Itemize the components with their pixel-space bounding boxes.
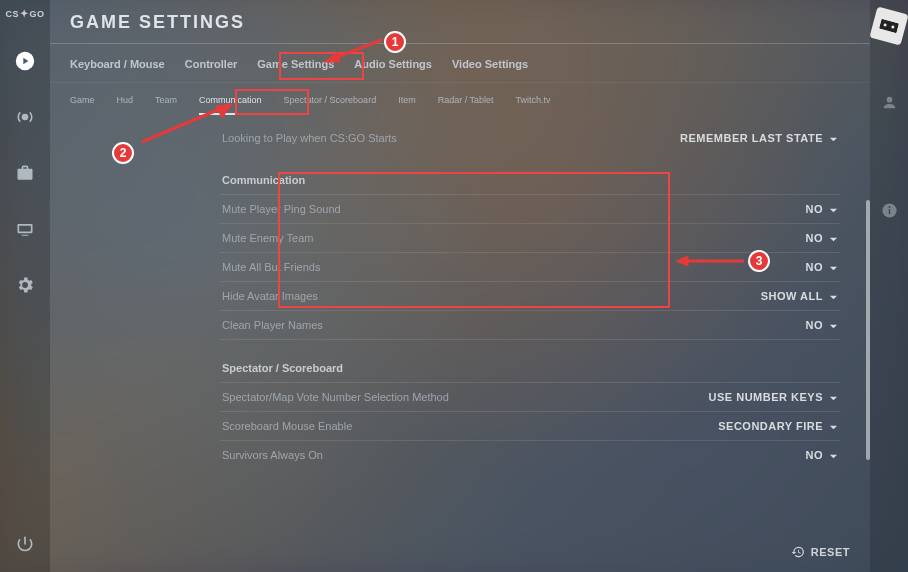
subtab-communication[interactable]: Communication	[199, 95, 262, 115]
right-rail	[870, 0, 908, 572]
row-label: Mute All But Friends	[222, 261, 320, 273]
subtab-hud[interactable]: Hud	[117, 95, 134, 115]
tab-controller[interactable]: Controller	[185, 58, 238, 70]
row-value-dropdown[interactable]: NO	[806, 203, 839, 215]
chevron-down-icon	[829, 292, 838, 301]
row-value-dropdown[interactable]: NO	[806, 232, 839, 244]
chevron-down-icon	[829, 321, 838, 330]
row-label: Clean Player Names	[222, 319, 323, 331]
tab-game-settings[interactable]: Game Settings	[257, 58, 334, 70]
row-label: Survivors Always On	[222, 449, 323, 461]
row-label: Scoreboard Mouse Enable	[222, 420, 352, 432]
section-spectator: Spectator / Scoreboard	[220, 340, 840, 383]
tab-audio-settings[interactable]: Audio Settings	[354, 58, 432, 70]
tab-video-settings[interactable]: Video Settings	[452, 58, 528, 70]
chevron-down-icon	[829, 393, 838, 402]
section-communication: Communication	[220, 152, 840, 195]
subtab-item[interactable]: Item	[398, 95, 416, 115]
row-mute-ping: Mute Player Ping Sound NO	[220, 195, 840, 224]
power-icon[interactable]	[9, 528, 41, 560]
row-clean-names: Clean Player Names NO	[220, 311, 840, 340]
row-value-dropdown[interactable]: NO	[806, 319, 839, 331]
row-vote-method: Spectator/Map Vote Number Selection Meth…	[220, 383, 840, 412]
history-icon	[791, 545, 805, 559]
subtab-game[interactable]: Game	[70, 95, 95, 115]
reset-button[interactable]: RESET	[791, 545, 850, 559]
header: GAME SETTINGS	[50, 0, 870, 44]
row-value-dropdown[interactable]: SHOW ALL	[761, 290, 838, 302]
scrollbar[interactable]	[866, 200, 870, 460]
row-label: Looking to Play when CS:GO Starts	[222, 132, 397, 144]
top-right-logo[interactable]	[869, 6, 908, 45]
row-label: Hide Avatar Images	[222, 290, 318, 302]
profile-icon[interactable]	[873, 86, 905, 118]
row-mute-enemy: Mute Enemy Team NO	[220, 224, 840, 253]
row-value-dropdown[interactable]: REMEMBER LAST STATE	[680, 132, 838, 144]
row-value-dropdown[interactable]: USE NUMBER KEYS	[709, 391, 838, 403]
row-survivors: Survivors Always On NO	[220, 441, 840, 469]
svg-rect-5	[888, 209, 889, 214]
row-value-dropdown[interactable]: NO	[806, 261, 839, 273]
tab-keyboard-mouse[interactable]: Keyboard / Mouse	[70, 58, 165, 70]
csgo-logo: CS✦GO	[5, 8, 44, 19]
play-icon[interactable]	[9, 45, 41, 77]
settings-body: Looking to Play when CS:GO Starts REMEMB…	[50, 118, 870, 530]
row-label: Mute Enemy Team	[222, 232, 314, 244]
subtab-spectator[interactable]: Spectator / Scoreboard	[284, 95, 377, 115]
chevron-down-icon	[829, 451, 838, 460]
row-label: Spectator/Map Vote Number Selection Meth…	[222, 391, 449, 403]
svg-point-6	[888, 206, 890, 208]
main-panel: GAME SETTINGS Keyboard / Mouse Controlle…	[50, 0, 870, 572]
subtab-radar[interactable]: Radar / Tablet	[438, 95, 494, 115]
inventory-icon[interactable]	[9, 157, 41, 189]
info-icon[interactable]	[873, 194, 905, 226]
chevron-down-icon	[829, 134, 838, 143]
broadcast-icon[interactable]	[9, 101, 41, 133]
chevron-down-icon	[829, 422, 838, 431]
settings-icon[interactable]	[9, 269, 41, 301]
watch-icon[interactable]	[9, 213, 41, 245]
row-looking-to-play: Looking to Play when CS:GO Starts REMEMB…	[220, 124, 840, 152]
row-label: Mute Player Ping Sound	[222, 203, 341, 215]
page-title: GAME SETTINGS	[70, 12, 850, 33]
row-value-dropdown[interactable]: SECONDARY FIRE	[718, 420, 838, 432]
subtab-twitch[interactable]: Twitch.tv	[516, 95, 551, 115]
row-value-dropdown[interactable]: NO	[806, 449, 839, 461]
footer: RESET	[50, 532, 870, 572]
chevron-down-icon	[829, 234, 838, 243]
chevron-down-icon	[829, 205, 838, 214]
row-scoreboard-mouse: Scoreboard Mouse Enable SECONDARY FIRE	[220, 412, 840, 441]
primary-tabs: Keyboard / Mouse Controller Game Setting…	[50, 44, 870, 83]
row-hide-avatar: Hide Avatar Images SHOW ALL	[220, 282, 840, 311]
row-mute-all-but-friends: Mute All But Friends NO	[220, 253, 840, 282]
left-nav-rail: CS✦GO	[0, 0, 50, 572]
secondary-tabs: Game Hud Team Communication Spectator / …	[50, 83, 870, 115]
subtab-team[interactable]: Team	[155, 95, 177, 115]
chevron-down-icon	[829, 263, 838, 272]
svg-rect-1	[879, 19, 899, 33]
